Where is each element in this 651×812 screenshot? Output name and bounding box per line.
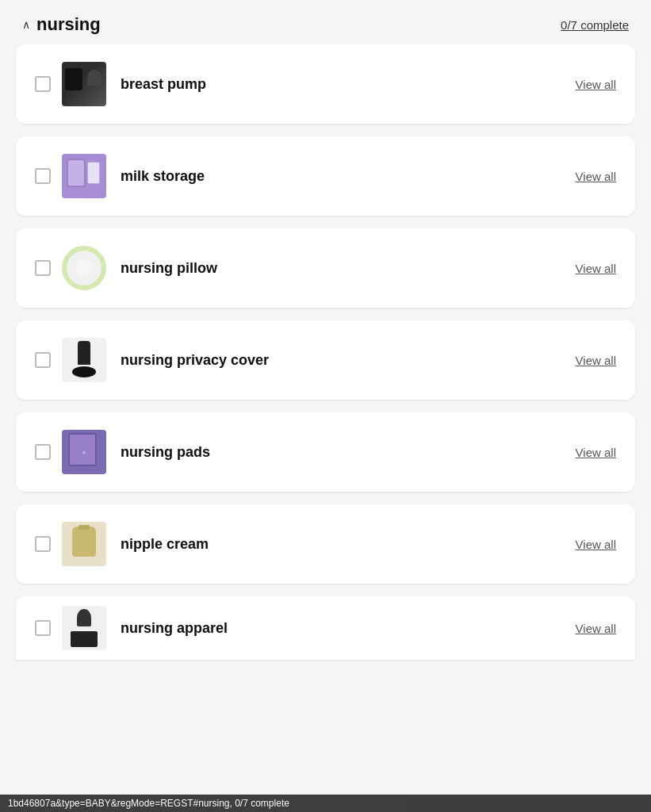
- view-all-nursing-privacy-cover[interactable]: View all: [576, 354, 616, 367]
- item-image-nursing-apparel: [62, 606, 106, 650]
- item-image-nursing-privacy-cover: [62, 338, 106, 382]
- item-image-nursing-pads: [62, 430, 106, 474]
- item-label-nursing-privacy-cover: nursing privacy cover: [121, 352, 566, 369]
- status-bar: 1bd46807a&type=BABY&regMode=REGST#nursin…: [0, 795, 651, 812]
- item-image-nipple-cream: [62, 522, 106, 566]
- view-all-nursing-apparel[interactable]: View all: [576, 622, 616, 635]
- item-image-nursing-pillow: [62, 246, 106, 290]
- collapse-icon[interactable]: ∧: [22, 18, 30, 31]
- item-checkbox-milk-storage[interactable]: [35, 168, 51, 184]
- page-container: ∧ nursing 0/7 complete breast pump View …: [0, 0, 651, 660]
- status-bar-text: 1bd46807a&type=BABY&regMode=REGST#nursin…: [8, 798, 289, 809]
- item-label-nursing-pillow: nursing pillow: [121, 260, 566, 277]
- item-label-milk-storage: milk storage: [121, 168, 566, 185]
- items-list: breast pump View all milk storage View a…: [0, 44, 651, 596]
- item-checkbox-nursing-pillow[interactable]: [35, 260, 51, 276]
- item-checkbox-nursing-privacy-cover[interactable]: [35, 352, 51, 368]
- view-all-nipple-cream[interactable]: View all: [576, 538, 616, 551]
- list-item-partial: nursing apparel View all: [16, 596, 635, 660]
- item-image-breast-pump: [62, 62, 106, 106]
- list-item: nursing pads View all: [16, 412, 635, 492]
- list-item: nursing privacy cover View all: [16, 320, 635, 400]
- item-checkbox-nursing-pads[interactable]: [35, 444, 51, 460]
- view-all-breast-pump[interactable]: View all: [576, 78, 616, 91]
- completion-status[interactable]: 0/7 complete: [561, 18, 629, 32]
- item-checkbox-nursing-apparel[interactable]: [35, 620, 51, 636]
- item-label-breast-pump: breast pump: [121, 76, 566, 93]
- list-item: nursing pillow View all: [16, 228, 635, 308]
- list-item: milk storage View all: [16, 136, 635, 216]
- view-all-milk-storage[interactable]: View all: [576, 170, 616, 183]
- section-header: ∧ nursing 0/7 complete: [0, 0, 651, 44]
- section-title: nursing: [36, 14, 101, 35]
- view-all-nursing-pads[interactable]: View all: [576, 446, 616, 459]
- item-checkbox-breast-pump[interactable]: [35, 76, 51, 92]
- item-label-nursing-apparel: nursing apparel: [121, 620, 566, 637]
- item-label-nursing-pads: nursing pads: [121, 444, 566, 461]
- section-title-group[interactable]: ∧ nursing: [22, 14, 101, 35]
- list-item: nipple cream View all: [16, 504, 635, 584]
- item-image-milk-storage: [62, 154, 106, 198]
- item-label-nipple-cream: nipple cream: [121, 536, 566, 553]
- view-all-nursing-pillow[interactable]: View all: [576, 262, 616, 275]
- item-checkbox-nipple-cream[interactable]: [35, 536, 51, 552]
- list-item: breast pump View all: [16, 44, 635, 124]
